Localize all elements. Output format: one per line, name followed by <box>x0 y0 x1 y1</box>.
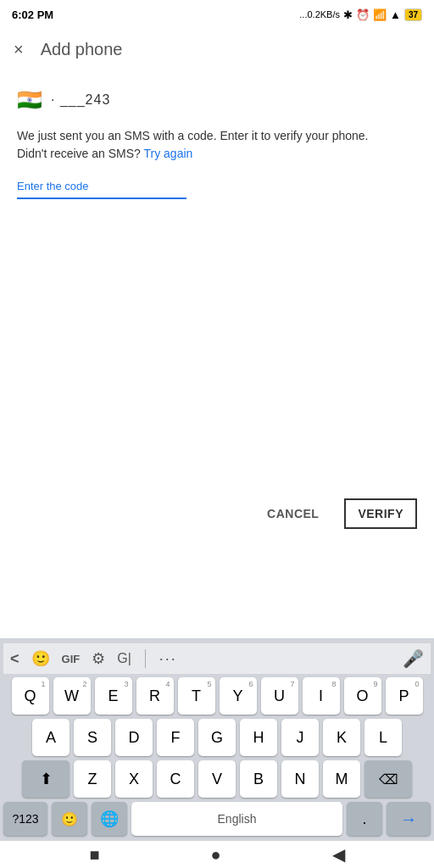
key-t[interactable]: 5T <box>178 677 215 715</box>
key-u[interactable]: 7U <box>261 677 298 715</box>
key-c[interactable]: C <box>157 760 194 798</box>
keyboard-translate-icon[interactable]: G| <box>117 651 131 666</box>
phone-row: 🇮🇳 · ___243 <box>17 88 417 112</box>
key-w[interactable]: 2W <box>53 677 91 715</box>
keyboard: < 🙂 GIF ⚙ G| ··· 🎤 1Q 2W 3E 4R 5T 6Y 7U … <box>0 638 434 841</box>
key-d[interactable]: D <box>115 719 153 756</box>
space-key[interactable]: English <box>131 802 342 836</box>
keyboard-more-icon[interactable]: ··· <box>159 650 177 668</box>
action-buttons: CANCEL VERIFY <box>0 490 434 537</box>
nav-stop-icon[interactable]: ■ <box>89 845 99 865</box>
key-i[interactable]: 8I <box>303 677 340 715</box>
key-o[interactable]: 9O <box>344 677 381 715</box>
network-speed: ...0.2KB/s <box>299 9 340 19</box>
key-e[interactable]: 3E <box>95 677 132 715</box>
nav-home-icon[interactable]: ● <box>211 845 221 865</box>
nav-bar: ■ ● ◀ <box>0 841 434 868</box>
key-l[interactable]: L <box>364 719 402 756</box>
key-v[interactable]: V <box>198 760 236 798</box>
key-k[interactable]: K <box>323 719 360 756</box>
sms-text: We just sent you an SMS with a code. Ent… <box>17 129 369 142</box>
close-button[interactable]: × <box>14 40 24 59</box>
code-input-label: Enter the code <box>17 180 417 192</box>
status-time: 6:02 PM <box>12 8 53 21</box>
emoji-key[interactable]: 🙂 <box>52 802 87 836</box>
keyboard-gif-icon[interactable]: GIF <box>62 653 81 665</box>
key-y[interactable]: 6Y <box>220 677 257 715</box>
key-m[interactable]: M <box>323 760 360 798</box>
phone-number: · ___243 <box>51 92 110 108</box>
keyboard-settings-icon[interactable]: ⚙ <box>92 649 105 668</box>
try-again-link[interactable]: Try again <box>144 147 193 160</box>
alarm-icon: ⏰ <box>356 8 370 21</box>
nav-back-icon[interactable]: ◀ <box>332 844 345 865</box>
key-a[interactable]: A <box>32 719 70 756</box>
keyboard-back-icon[interactable]: < <box>10 650 19 668</box>
key-s[interactable]: S <box>74 719 111 756</box>
keyboard-mic-icon[interactable]: 🎤 <box>403 648 424 669</box>
key-f[interactable]: F <box>157 719 194 756</box>
key-z[interactable]: Z <box>74 760 111 798</box>
key-p[interactable]: 0P <box>386 677 423 715</box>
keyboard-row-1: 1Q 2W 3E 4R 5T 6Y 7U 8I 9O 0P <box>3 677 431 715</box>
keyboard-row-3: ⬆ Z X C V B N M ⌫ <box>3 760 431 798</box>
shift-key[interactable]: ⬆ <box>22 760 70 798</box>
no-sms-text: Didn't receive an SMS? <box>17 147 141 160</box>
main-content: 🇮🇳 · ___243 We just sent you an SMS with… <box>0 71 434 211</box>
key-n[interactable]: N <box>281 760 319 798</box>
globe-key[interactable]: 🌐 <box>92 802 127 836</box>
sms-message: We just sent you an SMS with a code. Ent… <box>17 127 417 163</box>
key-g[interactable]: G <box>198 719 236 756</box>
period-key[interactable]: . <box>347 802 382 836</box>
keyboard-toolbar: < 🙂 GIF ⚙ G| ··· 🎤 <box>3 643 431 674</box>
key-q[interactable]: 1Q <box>12 677 49 715</box>
wifi-icon: ▲ <box>390 8 401 21</box>
keyboard-bottom-row: ?123 🙂 🌐 English . → <box>3 802 431 836</box>
signal-icon: 📶 <box>373 8 387 21</box>
backspace-key[interactable]: ⌫ <box>364 760 412 798</box>
bluetooth-icon: ✱ <box>343 8 353 21</box>
key-j[interactable]: J <box>281 719 319 756</box>
code-input-underline <box>17 198 186 199</box>
key-r[interactable]: 4R <box>136 677 174 715</box>
battery-icon: 37 <box>404 8 422 21</box>
cancel-button[interactable]: CANCEL <box>259 500 327 527</box>
key-x[interactable]: X <box>115 760 153 798</box>
enter-key[interactable]: → <box>387 802 431 836</box>
status-icons: ...0.2KB/s ✱ ⏰ 📶 ▲ 37 <box>299 8 422 21</box>
toolbar-separator <box>145 649 146 668</box>
header: × Add phone <box>0 27 434 71</box>
key-b[interactable]: B <box>240 760 277 798</box>
keyboard-row-2: A S D F G H J K L <box>3 719 431 756</box>
india-flag-icon: 🇮🇳 <box>17 88 42 112</box>
status-bar: 6:02 PM ...0.2KB/s ✱ ⏰ 📶 ▲ 37 <box>0 0 434 27</box>
keyboard-emoji-toolbar-icon[interactable]: 🙂 <box>31 649 50 668</box>
num-sym-key[interactable]: ?123 <box>3 802 47 836</box>
verify-button[interactable]: VERIFY <box>344 498 417 529</box>
key-h[interactable]: H <box>240 719 277 756</box>
page-title: Add phone <box>41 40 123 59</box>
